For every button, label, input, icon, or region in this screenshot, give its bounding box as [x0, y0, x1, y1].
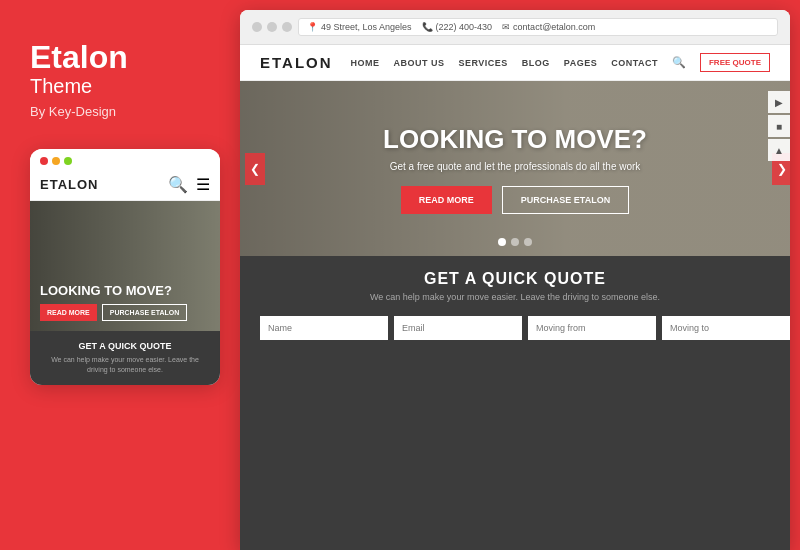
address-phone: 📞 (222) 400-430 — [422, 22, 493, 32]
nav-contact[interactable]: CONTACT — [611, 58, 658, 68]
nav-services[interactable]: SERVICES — [458, 58, 507, 68]
email-input[interactable] — [394, 316, 522, 340]
free-quote-button[interactable]: FREE QUOTE — [700, 53, 770, 72]
phone-icon: 📞 — [422, 22, 433, 32]
hero-purchase-button[interactable]: PURCHASE ETALON — [502, 186, 629, 214]
site-nav: HOME ABOUT US SERVICES BLOG PAGES CONTAC… — [350, 53, 770, 72]
quote-form: SUBMIT — [260, 314, 770, 341]
left-panel: Etalon Theme By Key-Design ETALON 🔍 ☰ LO… — [0, 0, 240, 550]
mobile-quote-section: GET A QUICK QUOTE We can help make your … — [30, 331, 220, 385]
address-location: 📍 49 Street, Los Angeles — [307, 22, 412, 32]
mobile-quote-text: We can help make your move easier. Leave… — [40, 355, 210, 375]
sidebar-icon-1[interactable]: ▶ — [768, 91, 790, 113]
browser-dot-2[interactable] — [267, 22, 277, 32]
quote-subtitle: We can help make your move easier. Leave… — [260, 292, 770, 302]
dot-red — [40, 157, 48, 165]
mobile-nav: ETALON 🔍 ☰ — [30, 169, 220, 201]
mobile-hero-title: LOOKING TO MOVE? — [40, 283, 210, 298]
mobile-purchase-button[interactable]: PURCHASE ETALON — [102, 304, 187, 321]
hero-section: LOOKING TO MOVE? Get a free quote and le… — [240, 81, 790, 256]
nav-about[interactable]: ABOUT US — [393, 58, 444, 68]
hero-sidebar-icons: ▶ ■ ▲ — [768, 91, 790, 161]
browser-dot-1[interactable] — [252, 22, 262, 32]
brand-name: Etalon Theme By Key-Design — [30, 40, 210, 149]
hero-buttons: READ MORE PURCHASE ETALON — [401, 186, 629, 214]
hero-subtitle: Get a free quote and let the professiona… — [390, 161, 641, 172]
mobile-hero-buttons: READ MORE PURCHASE ETALON — [40, 304, 210, 321]
moving-from-input[interactable] — [528, 316, 656, 340]
mobile-quote-title: GET A QUICK QUOTE — [40, 341, 210, 351]
sidebar-icon-2[interactable]: ■ — [768, 115, 790, 137]
dot-yellow — [52, 157, 60, 165]
site-logo: ETALON — [260, 54, 333, 71]
mobile-nav-icons: 🔍 ☰ — [168, 175, 210, 194]
hero-prev-button[interactable]: ❮ — [245, 153, 265, 185]
browser-dot-3[interactable] — [282, 22, 292, 32]
mobile-mockup: ETALON 🔍 ☰ LOOKING TO MOVE? READ MORE PU… — [30, 149, 220, 385]
dot-green — [64, 157, 72, 165]
quote-title: GET A QUICK QUOTE — [260, 270, 770, 288]
nav-home[interactable]: HOME — [350, 58, 379, 68]
hero-dots — [498, 238, 532, 246]
hero-dot-3[interactable] — [524, 238, 532, 246]
address-bar[interactable]: 📍 49 Street, Los Angeles 📞 (222) 400-430… — [298, 18, 778, 36]
browser-top-bar: 📍 49 Street, Los Angeles 📞 (222) 400-430… — [240, 10, 790, 45]
sidebar-icon-3[interactable]: ▲ — [768, 139, 790, 161]
hero-title: LOOKING TO MOVE? — [383, 124, 647, 155]
nav-pages[interactable]: PAGES — [564, 58, 597, 68]
hero-read-more-button[interactable]: READ MORE — [401, 186, 492, 214]
name-input[interactable] — [260, 316, 388, 340]
location-icon: 📍 — [307, 22, 318, 32]
mobile-read-more-button[interactable]: READ MORE — [40, 304, 97, 321]
email-icon: ✉ — [502, 22, 510, 32]
nav-blog[interactable]: BLOG — [522, 58, 550, 68]
hero-dot-2[interactable] — [511, 238, 519, 246]
mobile-logo: ETALON — [40, 177, 98, 192]
mobile-menu-icon[interactable]: ☰ — [196, 175, 210, 194]
browser-dots — [252, 22, 292, 32]
moving-to-input[interactable] — [662, 316, 790, 340]
mobile-top-bar — [30, 149, 220, 169]
site-header: ETALON HOME ABOUT US SERVICES BLOG PAGES… — [240, 45, 790, 81]
hero-dot-1[interactable] — [498, 238, 506, 246]
hero-content: LOOKING TO MOVE? Get a free quote and le… — [240, 81, 790, 256]
mobile-search-icon[interactable]: 🔍 — [168, 175, 188, 194]
mobile-hero: LOOKING TO MOVE? READ MORE PURCHASE ETAL… — [30, 201, 220, 331]
quote-section: GET A QUICK QUOTE We can help make your … — [240, 256, 790, 550]
browser-window: 📍 49 Street, Los Angeles 📞 (222) 400-430… — [240, 10, 790, 550]
address-email: ✉ contact@etalon.com — [502, 22, 595, 32]
nav-search-icon[interactable]: 🔍 — [672, 56, 686, 69]
